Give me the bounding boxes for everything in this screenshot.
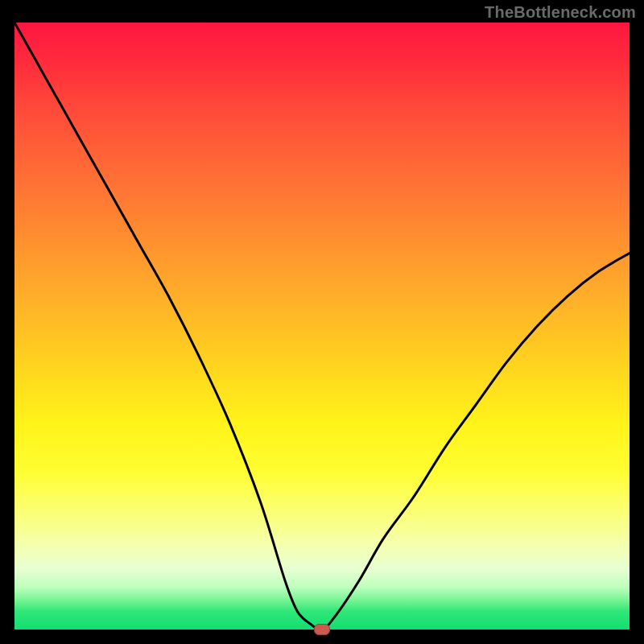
chart-svg (14, 23, 630, 630)
page-root: TheBottleneck.com (0, 0, 644, 644)
bottleneck-curve (14, 23, 630, 630)
optimum-marker (314, 624, 330, 635)
watermark-text: TheBottleneck.com (485, 3, 636, 22)
chart-plot-area (14, 23, 630, 630)
